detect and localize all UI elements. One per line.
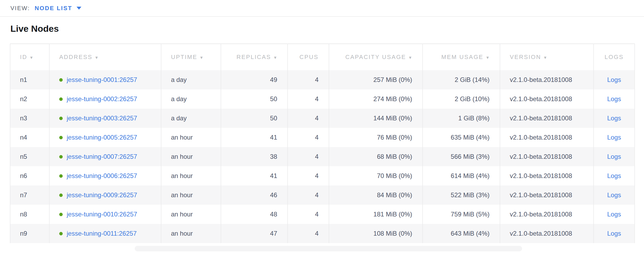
column-header-cpus: CPUS [288, 44, 329, 70]
cell-uptime: an hour [161, 128, 221, 147]
cell-version: v2.1.0-beta.20181008 [500, 109, 594, 128]
cell-mem: 2 GiB (10%) [423, 89, 500, 109]
cell-uptime: an hour [161, 185, 221, 205]
sort-desc-icon: ▼ [273, 55, 277, 60]
cell-id: n4 [10, 128, 49, 147]
cell-cpus: 4 [288, 224, 329, 243]
column-header-version[interactable]: VERSION▼ [500, 44, 594, 70]
cell-version: v2.1.0-beta.20181008 [500, 70, 594, 89]
cell-mem: 566 MiB (3%) [423, 147, 500, 166]
column-header-capacity[interactable]: CAPACITY USAGE▼ [329, 44, 423, 70]
node-logs-link[interactable]: Logs [607, 191, 621, 199]
node-address-link[interactable]: jesse-tuning-0009:26257 [67, 191, 137, 199]
node-row-n4: n4jesse-tuning-0005:26257an hour41476 Mi… [10, 128, 635, 147]
cell-id: n2 [10, 89, 49, 109]
cell-mem: 759 MiB (5%) [423, 205, 500, 224]
column-header-id[interactable]: ID▼ [10, 44, 49, 70]
node-logs-link[interactable]: Logs [607, 76, 621, 83]
cell-capacity: 274 MiB (0%) [329, 89, 423, 109]
column-header-label: MEM USAGE [441, 54, 483, 60]
cell-version: v2.1.0-beta.20181008 [500, 185, 594, 205]
node-healthy-status-icon [59, 193, 63, 197]
node-logs-link[interactable]: Logs [607, 114, 621, 122]
column-header-label: REPLICAS [237, 54, 271, 60]
column-header-label: UPTIME [171, 54, 197, 60]
column-header-label: ADDRESS [59, 54, 93, 60]
node-logs-link[interactable]: Logs [607, 153, 621, 160]
sort-desc-icon: ▼ [486, 55, 490, 60]
column-header-label: CPUS [299, 54, 319, 60]
node-logs-link[interactable]: Logs [607, 230, 621, 237]
node-address-link[interactable]: jesse-tuning-0005:26257 [67, 134, 137, 141]
cell-capacity: 257 MiB (0%) [329, 70, 423, 89]
cell-cpus: 4 [288, 185, 329, 205]
node-address-link[interactable]: jesse-tuning-0002:26257 [67, 95, 137, 102]
cell-address: jesse-tuning-0010:26257 [49, 205, 161, 224]
cell-id: n9 [10, 224, 49, 243]
column-header-address[interactable]: ADDRESS▼ [49, 44, 161, 70]
node-address-link[interactable]: jesse-tuning-0003:26257 [67, 114, 137, 122]
cell-mem: 614 MiB (4%) [423, 166, 500, 185]
cell-version: v2.1.0-beta.20181008 [500, 166, 594, 185]
view-selector-dropdown[interactable]: NODE LIST [35, 5, 81, 12]
column-header-logs: LOGS [594, 44, 635, 70]
cell-replicas: 38 [221, 147, 288, 166]
cell-mem: 1 GiB (8%) [423, 109, 500, 128]
node-logs-link[interactable]: Logs [607, 134, 621, 141]
sort-desc-icon: ▼ [95, 55, 99, 60]
cell-logs: Logs [594, 109, 635, 128]
node-healthy-status-icon [59, 117, 63, 120]
cell-uptime: an hour [161, 205, 221, 224]
cell-logs: Logs [594, 205, 635, 224]
cell-capacity: 181 MiB (0%) [329, 205, 423, 224]
node-logs-link[interactable]: Logs [607, 172, 621, 179]
node-address-link[interactable]: jesse-tuning-0010:26257 [67, 211, 137, 218]
node-address-link[interactable]: jesse-tuning-0011:26257 [67, 230, 137, 237]
column-header-label: LOGS [605, 54, 624, 60]
cell-mem: 522 MiB (3%) [423, 185, 500, 205]
node-address-link[interactable]: jesse-tuning-0006:26257 [67, 172, 137, 179]
cell-cpus: 4 [288, 205, 329, 224]
cell-capacity: 68 MiB (0%) [329, 147, 423, 166]
live-nodes-table: ID▼ADDRESS▼UPTIME▼REPLICAS▼CPUSCAPACITY … [10, 44, 635, 243]
node-row-n1: n1jesse-tuning-0001:26257a day494257 MiB… [10, 70, 635, 89]
column-header-uptime[interactable]: UPTIME▼ [161, 44, 221, 70]
node-row-n7: n7jesse-tuning-0009:26257an hour46484 Mi… [10, 185, 635, 205]
cell-replicas: 41 [221, 128, 288, 147]
node-row-n8: n8jesse-tuning-0010:26257an hour484181 M… [10, 205, 635, 224]
node-logs-link[interactable]: Logs [607, 211, 621, 218]
cell-logs: Logs [594, 147, 635, 166]
node-healthy-status-icon [59, 136, 63, 139]
cell-uptime: a day [161, 89, 221, 109]
cell-uptime: an hour [161, 224, 221, 243]
cell-capacity: 76 MiB (0%) [329, 128, 423, 147]
cell-capacity: 70 MiB (0%) [329, 166, 423, 185]
cell-logs: Logs [594, 185, 635, 205]
cell-address: jesse-tuning-0005:26257 [49, 128, 161, 147]
cell-version: v2.1.0-beta.20181008 [500, 205, 594, 224]
node-address-link[interactable]: jesse-tuning-0007:26257 [67, 153, 137, 160]
node-logs-link[interactable]: Logs [607, 95, 621, 102]
cell-logs: Logs [594, 89, 635, 109]
cell-id: n1 [10, 70, 49, 89]
cell-replicas: 47 [221, 224, 288, 243]
horizontal-scrollbar[interactable] [135, 246, 522, 251]
column-header-mem[interactable]: MEM USAGE▼ [423, 44, 500, 70]
view-label: VIEW: [10, 5, 30, 12]
cell-replicas: 48 [221, 205, 288, 224]
cell-replicas: 49 [221, 70, 288, 89]
sort-desc-icon: ▼ [543, 55, 547, 60]
cell-replicas: 41 [221, 166, 288, 185]
cell-id: n5 [10, 147, 49, 166]
cell-capacity: 108 MiB (0%) [329, 224, 423, 243]
cell-logs: Logs [594, 166, 635, 185]
cell-uptime: a day [161, 109, 221, 128]
cell-address: jesse-tuning-0006:26257 [49, 166, 161, 185]
node-healthy-status-icon [59, 232, 63, 235]
cell-mem: 643 MiB (4%) [423, 224, 500, 243]
column-header-replicas[interactable]: REPLICAS▼ [221, 44, 288, 70]
node-address-link[interactable]: jesse-tuning-0001:26257 [67, 76, 137, 83]
cell-id: n3 [10, 109, 49, 128]
node-row-n3: n3jesse-tuning-0003:26257a day504144 MiB… [10, 109, 635, 128]
node-row-n6: n6jesse-tuning-0006:26257an hour41470 Mi… [10, 166, 635, 185]
